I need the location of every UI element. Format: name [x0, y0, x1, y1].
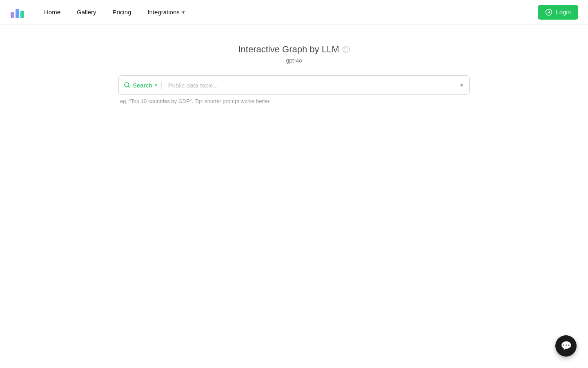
nav-links: Home Gallery Pricing Integrations ▼ — [38, 5, 538, 19]
page-title: Interactive Graph by LLM ⓘ — [238, 44, 350, 55]
sparkle-icon[interactable]: ✦ — [459, 81, 464, 89]
svg-rect-1 — [16, 9, 19, 18]
search-box: Search ▾ ✦ — [118, 75, 470, 95]
logo-icon — [10, 5, 24, 20]
svg-rect-2 — [20, 11, 24, 18]
login-icon — [545, 9, 552, 16]
chevron-down-icon: ▼ — [181, 10, 186, 15]
logo[interactable] — [10, 5, 24, 20]
navbar: Home Gallery Pricing Integrations ▼ Logi… — [0, 0, 588, 25]
nav-item-gallery[interactable]: Gallery — [70, 5, 103, 19]
page-subtitle: gpt-4o — [286, 57, 302, 64]
search-type-selector[interactable]: Search ▾ — [124, 82, 162, 89]
svg-rect-0 — [11, 12, 14, 18]
info-icon[interactable]: ⓘ — [343, 46, 350, 53]
chevron-down-icon: ▾ — [155, 83, 157, 88]
nav-item-home[interactable]: Home — [38, 5, 67, 19]
main-content: Interactive Graph by LLM ⓘ gpt-4o Search… — [0, 25, 588, 104]
nav-item-pricing[interactable]: Pricing — [106, 5, 138, 19]
search-hint: eg. "Top 10 countries by GDP". Tip: shor… — [118, 98, 470, 104]
search-icon — [124, 82, 130, 88]
login-button[interactable]: Login — [538, 5, 578, 20]
search-container: Search ▾ ✦ eg. "Top 10 countries by GDP"… — [118, 75, 470, 104]
chat-icon: 💬 — [561, 341, 572, 351]
nav-item-integrations[interactable]: Integrations ▼ — [141, 5, 192, 19]
search-input[interactable] — [165, 82, 456, 89]
chat-button[interactable]: 💬 — [555, 335, 577, 357]
